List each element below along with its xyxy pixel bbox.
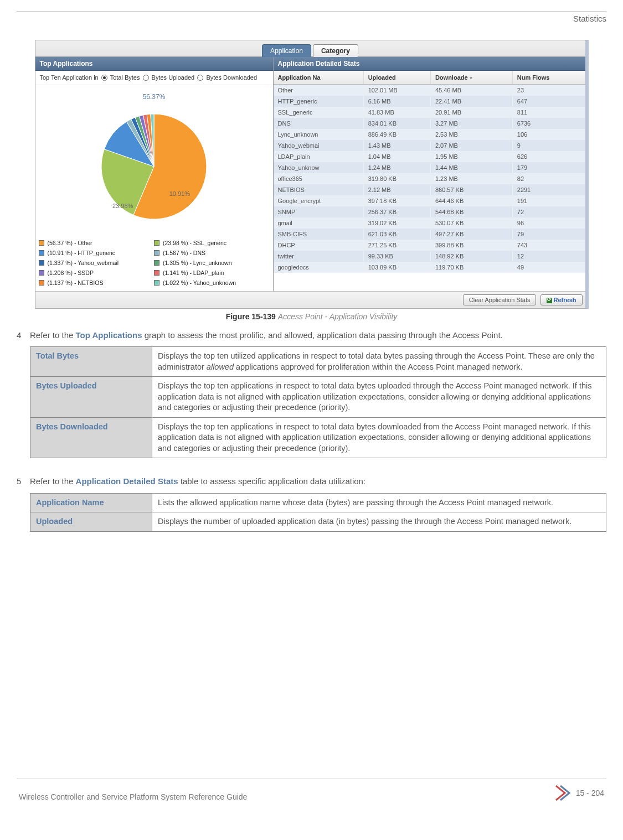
- legend-text: (1.208 %) - SSDP: [48, 269, 94, 276]
- filter-bytes-downloaded: Bytes Downloaded: [206, 74, 257, 81]
- table-row[interactable]: Other 102.01 MB 45.46 MB 23: [274, 85, 585, 96]
- cell-up: 99.33 KB: [363, 251, 430, 262]
- table-row[interactable]: SMB-CIFS 621.03 KB 497.27 KB 79: [274, 229, 585, 240]
- cell-down: 1.95 MB: [430, 151, 512, 162]
- table-row[interactable]: DHCP 271.25 KB 399.88 KB 743: [274, 240, 585, 251]
- legend-text: (1.137 %) - NETBIOS: [48, 279, 104, 286]
- cell-flows: 179: [512, 162, 585, 173]
- cell-up: 256.37 KB: [363, 206, 430, 217]
- cell-down: 2.53 MB: [430, 129, 512, 140]
- cell-down: 22.41 MB: [430, 96, 512, 107]
- radio-bytes-uploaded[interactable]: [143, 75, 149, 81]
- col-appname[interactable]: Application Na: [274, 71, 364, 85]
- pie-label-ssl: 23.98%: [112, 203, 133, 209]
- legend-item: (1.137 %) - NETBIOS: [39, 278, 155, 288]
- cell-up: 1.04 MB: [363, 151, 430, 162]
- filter-bytes-uploaded: Bytes Uploaded: [152, 74, 195, 81]
- step4-emph: Top Applications: [76, 330, 142, 340]
- page-number: 15 - 204: [576, 789, 604, 797]
- cell-down: 45.46 MB: [430, 85, 512, 96]
- table-row[interactable]: Google_encrypt 397.18 KB 644.46 KB 191: [274, 195, 585, 206]
- filter-total-bytes: Total Bytes: [110, 74, 140, 81]
- step5-emph: Application Detailed Stats: [76, 476, 178, 486]
- footer-guide: Wireless Controller and Service Platform…: [19, 792, 247, 801]
- table-row[interactable]: SNMP 256.37 KB 544.68 KB 72: [274, 206, 585, 217]
- table-row[interactable]: HTTP_generic 6.16 MB 22.41 MB 647: [274, 96, 585, 107]
- cell-down: 3.27 MB: [430, 118, 512, 129]
- cell-up: 271.25 KB: [363, 240, 430, 251]
- chevron-icon: [555, 785, 571, 801]
- table-row[interactable]: Yahoo_webmai 1.43 MB 2.07 MB 9: [274, 140, 585, 151]
- step4-num: 4: [17, 330, 30, 466]
- def-desc: Displays the top ten applications in res…: [152, 417, 606, 458]
- def-term: Application Name: [30, 493, 152, 512]
- def-term: Bytes Uploaded: [30, 377, 152, 418]
- table-row[interactable]: Lync_unknown 886.49 KB 2.53 MB 106: [274, 129, 585, 140]
- cell-flows: 49: [512, 262, 585, 273]
- cell-name: DHCP: [274, 240, 364, 251]
- cell-down: 530.07 KB: [430, 217, 512, 229]
- figure-label: Figure 15-139: [226, 312, 276, 321]
- def-term: Bytes Downloaded: [30, 417, 152, 458]
- cell-name: Yahoo_webmai: [274, 140, 364, 151]
- table-row[interactable]: LDAP_plain 1.04 MB 1.95 MB 626: [274, 151, 585, 162]
- tab-application[interactable]: Application: [262, 44, 311, 57]
- refresh-button[interactable]: Refresh: [540, 294, 583, 305]
- cell-up: 2.12 MB: [363, 184, 430, 195]
- step4-text: Refer to the Top Applications graph to a…: [30, 330, 606, 341]
- refresh-icon: [547, 298, 552, 303]
- cell-flows: 9: [512, 140, 585, 151]
- cell-flows: 82: [512, 173, 585, 184]
- def-desc: Displays the top ten utilized applicatio…: [152, 346, 606, 376]
- page-footer: Wireless Controller and Service Platform…: [17, 779, 606, 801]
- table-row[interactable]: twitter 99.33 KB 148.92 KB 12: [274, 251, 585, 262]
- legend-swatch: [39, 260, 44, 266]
- filter-prefix: Top Ten Application in: [40, 74, 99, 81]
- legend-item: (1.337 %) - Yahoo_webmail: [39, 258, 155, 268]
- col-uploaded[interactable]: Uploaded: [363, 71, 430, 85]
- radio-total-bytes[interactable]: [101, 75, 107, 81]
- legend-swatch: [154, 250, 159, 256]
- cell-name: DNS: [274, 118, 364, 129]
- cell-down: 497.27 KB: [430, 229, 512, 240]
- cell-flows: 6736: [512, 118, 585, 129]
- legend-text: (1.567 %) - DNS: [163, 250, 205, 256]
- cell-up: 1.24 MB: [363, 162, 430, 173]
- cell-down: 644.46 KB: [430, 195, 512, 206]
- cell-up: 102.01 MB: [363, 85, 430, 96]
- cell-flows: 106: [512, 129, 585, 140]
- definition-table-1: Total Bytes Displays the top ten utilize…: [30, 346, 606, 459]
- table-row[interactable]: SSL_generic 41.83 MB 20.91 MB 811: [274, 107, 585, 118]
- legend-text: (1.337 %) - Yahoo_webmail: [48, 260, 119, 266]
- cell-flows: 626: [512, 151, 585, 162]
- legend-text: (10.91 %) - HTTP_generic: [48, 250, 116, 256]
- cell-name: twitter: [274, 251, 364, 262]
- table-row[interactable]: Yahoo_unknow 1.24 MB 1.44 MB 179: [274, 162, 585, 173]
- table-row[interactable]: gmail 319.02 KB 530.07 KB 96: [274, 217, 585, 229]
- cell-name: LDAP_plain: [274, 151, 364, 162]
- def-term: Total Bytes: [30, 346, 152, 376]
- tab-category[interactable]: Category: [313, 44, 358, 57]
- col-downloaded[interactable]: Downloade▼: [430, 71, 512, 85]
- col-numflows[interactable]: Num Flows: [512, 71, 585, 85]
- cell-name: Other: [274, 85, 364, 96]
- step5-num: 5: [17, 476, 30, 539]
- legend-text: (1.022 %) - Yahoo_unknown: [163, 279, 236, 286]
- cell-up: 6.16 MB: [363, 96, 430, 107]
- cell-up: 319.80 KB: [363, 173, 430, 184]
- table-row[interactable]: NETBIOS 2.12 MB 860.57 KB 2291: [274, 184, 585, 195]
- cell-down: 20.91 MB: [430, 107, 512, 118]
- table-row[interactable]: googledocs 103.89 KB 119.70 KB 49: [274, 262, 585, 273]
- clear-stats-button[interactable]: Clear Application Stats: [463, 294, 537, 305]
- section-header: Statistics: [17, 12, 606, 23]
- table-row[interactable]: office365 319.80 KB 1.23 MB 82: [274, 173, 585, 184]
- legend-swatch: [154, 240, 159, 246]
- radio-bytes-downloaded[interactable]: [197, 75, 203, 81]
- legend-item: (1.208 %) - SSDP: [39, 268, 155, 278]
- cell-name: SMB-CIFS: [274, 229, 364, 240]
- legend-swatch: [39, 240, 44, 246]
- table-row[interactable]: DNS 834.01 KB 3.27 MB 6736: [274, 118, 585, 129]
- cell-flows: 79: [512, 229, 585, 240]
- def-desc: Displays the number of uploaded applicat…: [152, 512, 606, 532]
- def-desc: Lists the allowed application name whose…: [152, 493, 606, 512]
